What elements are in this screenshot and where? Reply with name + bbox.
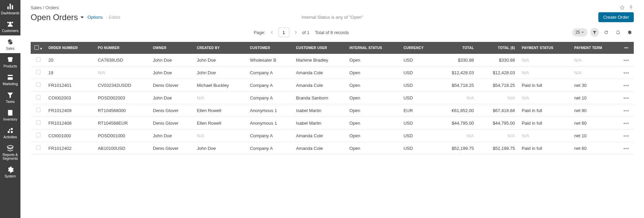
cell: FR1012409 xyxy=(46,104,95,117)
sidebar-item-inventory[interactable]: Inventory xyxy=(0,106,20,124)
sidebar-item-dashboards[interactable]: Dashboards xyxy=(0,0,20,18)
cell: $54,718.25 xyxy=(478,79,519,92)
cell: USD xyxy=(401,54,437,66)
next-page-button[interactable] xyxy=(292,29,300,36)
row-select[interactable] xyxy=(31,104,46,117)
row-checkbox[interactable] xyxy=(36,120,41,125)
cell: CA7838USD xyxy=(95,54,150,66)
row-actions-button[interactable]: ••• xyxy=(619,79,634,92)
select-all-checkbox[interactable] xyxy=(34,45,39,50)
table-row[interactable]: FR1012402AB10100USDDenis GloverJohn DoeC… xyxy=(31,142,634,155)
sidebar-item-label: Reports & Segments xyxy=(1,153,20,155)
reset-button[interactable] xyxy=(613,28,622,37)
sidebar-item-customers[interactable]: Customers xyxy=(0,18,20,35)
col-order-number[interactable]: ORDER NUMBER xyxy=(46,42,95,54)
row-actions-button[interactable]: ••• xyxy=(619,129,634,142)
row-checkbox[interactable] xyxy=(36,57,41,62)
cell: Denis Glover xyxy=(150,79,194,92)
cell: Open xyxy=(347,79,401,92)
row-checkbox[interactable] xyxy=(36,82,41,87)
sidebar-item-marketing[interactable]: Marketing xyxy=(0,71,20,89)
cell: net 60 xyxy=(571,117,619,129)
sidebar-item-sales[interactable]: Sales xyxy=(0,35,20,53)
col-payment-status[interactable]: PAYMENT STATUS xyxy=(519,42,571,54)
col-internal-status[interactable]: INTERNAL STATUS xyxy=(347,42,401,54)
table-row[interactable]: FR1012401CV032342USDDDenis GloverMichael… xyxy=(31,79,634,92)
cell: Denis Glover xyxy=(150,117,194,129)
row-checkbox[interactable] xyxy=(36,145,41,150)
col-customer-user[interactable]: CUSTOMER USER xyxy=(293,42,347,54)
sidebar-item-taxes[interactable]: Taxes xyxy=(0,89,20,106)
cell: RT104568EUR xyxy=(95,117,150,129)
cell: N/A xyxy=(478,129,519,142)
col-currency[interactable]: CURRENCY xyxy=(401,42,437,54)
cell: CV032342USDD xyxy=(95,79,150,92)
cell: N/A xyxy=(519,92,571,104)
row-actions-button[interactable]: ••• xyxy=(619,104,634,117)
row-checkbox[interactable] xyxy=(36,108,41,112)
row-actions-button[interactable]: ••• xyxy=(619,92,634,104)
cell: N/A xyxy=(519,66,571,79)
sidebar-item-activities[interactable]: Activities xyxy=(0,124,20,142)
cell: net 90 xyxy=(571,104,619,117)
table-row[interactable]: FR1012409RT104568000Denis GloverEllen Ro… xyxy=(31,104,634,117)
cell: Paid in full xyxy=(519,117,571,129)
col-total-usd[interactable]: TOTAL ($) xyxy=(478,42,519,54)
row-checkbox[interactable] xyxy=(36,70,41,74)
cell: Ellen Rowell xyxy=(194,117,247,129)
row-select[interactable] xyxy=(31,79,46,92)
title-row: Open Orders Options - Edited Internal St… xyxy=(31,10,634,26)
cell: USD xyxy=(401,66,437,79)
select-all-header[interactable]: ▾ xyxy=(31,42,46,54)
row-select[interactable] xyxy=(31,142,46,155)
create-order-button[interactable]: Create Order xyxy=(598,12,634,22)
page-input[interactable] xyxy=(278,28,289,37)
filter-icon xyxy=(592,30,597,35)
pin-icon[interactable] xyxy=(628,5,634,10)
row-select[interactable] xyxy=(31,92,46,104)
row-select[interactable] xyxy=(31,54,46,66)
row-select[interactable] xyxy=(31,129,46,142)
col-owner[interactable]: OWNER xyxy=(150,42,194,54)
cell: Wholesaler B xyxy=(247,54,293,66)
col-created-by[interactable]: CREATED BY xyxy=(194,42,247,54)
cell: Open xyxy=(347,92,401,104)
sidebar-item-products[interactable]: Products xyxy=(0,53,20,71)
row-actions-button[interactable]: ••• xyxy=(619,142,634,155)
col-po-number[interactable]: PO NUMBER xyxy=(95,42,150,54)
favorite-icon[interactable] xyxy=(619,5,625,10)
row-checkbox[interactable] xyxy=(36,95,41,99)
row-select[interactable] xyxy=(31,117,46,129)
page-title-dropdown[interactable]: Open Orders xyxy=(31,13,84,22)
sidebar-item-label: Activities xyxy=(3,135,17,139)
refresh-button[interactable] xyxy=(602,28,611,37)
col-customer[interactable]: CUSTOMER xyxy=(247,42,293,54)
col-payment-term[interactable]: PAYMENT TERM xyxy=(571,42,619,54)
row-actions-button[interactable]: ••• xyxy=(619,54,634,66)
cell: AB10100USD xyxy=(95,142,150,155)
table-row[interactable]: COI002003POSD002003John DoeN/ACompany AB… xyxy=(31,92,634,104)
row-select[interactable] xyxy=(31,66,46,79)
cell: John Doe xyxy=(150,92,194,104)
table-row[interactable]: 20CA7838USDJohn DoeJohn DoeWholesaler BM… xyxy=(31,54,634,66)
filter-button[interactable] xyxy=(590,28,599,37)
options-link[interactable]: Options xyxy=(88,15,103,20)
cell: 19 xyxy=(46,66,95,79)
cell: Anonymous 1 xyxy=(247,104,293,117)
cell: $44,795.00 xyxy=(437,117,478,129)
cell: $12,428.03 xyxy=(437,66,478,79)
cell: $67,418.68 xyxy=(478,104,519,117)
sidebar-item-reports[interactable]: Reports & Segments xyxy=(0,142,20,155)
table-row[interactable]: 19N/AJohn DoeJohn DoeCompany AAmanda Col… xyxy=(31,66,634,79)
row-actions-button[interactable]: ••• xyxy=(619,117,634,129)
table-row[interactable]: FR1012408RT104568EURDenis GloverEllen Ro… xyxy=(31,117,634,129)
table-row[interactable]: COI001000POSD001000John DoeN/ACompany AA… xyxy=(31,129,634,142)
row-actions-button[interactable]: ••• xyxy=(619,66,634,79)
page-size-dropdown[interactable]: 25 xyxy=(572,28,587,36)
col-total[interactable]: TOTAL xyxy=(437,42,478,54)
prev-page-button[interactable] xyxy=(268,29,276,36)
row-checkbox[interactable] xyxy=(36,133,41,137)
cell: $330.88 xyxy=(478,54,519,66)
grid-settings-button[interactable] xyxy=(625,28,634,37)
cell: FR1012408 xyxy=(46,117,95,129)
